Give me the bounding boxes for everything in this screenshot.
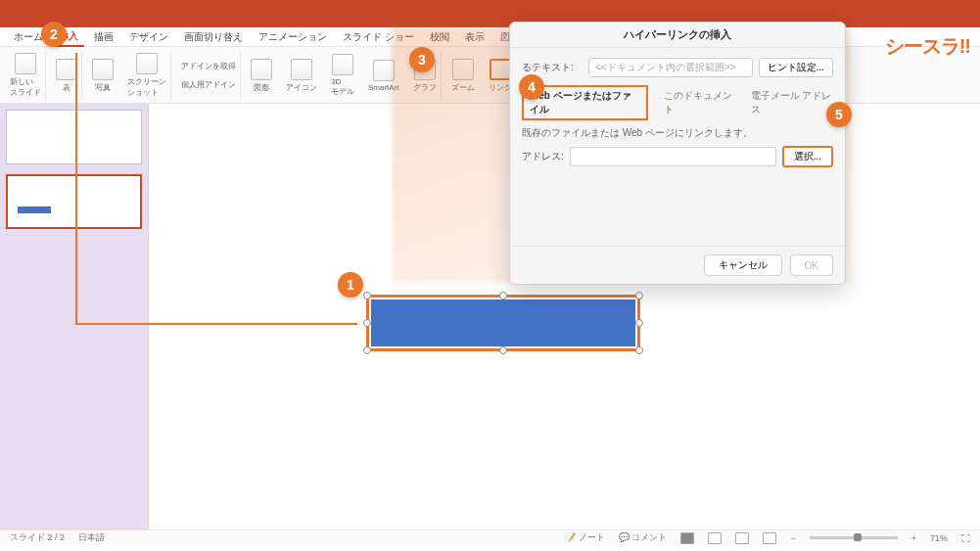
thumbnail-2[interactable] [6, 174, 142, 229]
fit-to-window-icon[interactable]: ⛶ [961, 533, 970, 543]
resize-handle[interactable] [363, 292, 371, 299]
qat-icon[interactable] [10, 4, 27, 22]
ok-button[interactable]: OK [790, 254, 833, 276]
icons-icon [291, 59, 312, 80]
slide-counter: スライド 2 / 2 [10, 531, 65, 544]
comments-button[interactable]: 💬 コメント [619, 531, 668, 544]
ribbon-icons[interactable]: アイコン [282, 51, 321, 100]
icons-label: アイコン [286, 82, 317, 93]
new-slide-icon [15, 53, 36, 74]
address-label: アドレス: [522, 150, 564, 163]
screenshot-label: スクリーン ショット [127, 76, 166, 98]
dialog-description: 既存のファイルまたは Web ページにリンクします。 [522, 126, 833, 140]
slide-sorter-icon[interactable] [708, 532, 722, 544]
ribbon-shapes[interactable]: 図形 [247, 51, 276, 100]
resize-handle[interactable] [635, 346, 643, 354]
status-bar: スライド 2 / 2 日本語 📝 ノート 💬 コメント − + 71% ⛶ [0, 529, 980, 545]
resize-handle[interactable] [363, 346, 371, 354]
tab-animations[interactable]: アニメーション [253, 28, 333, 46]
zoom-slider[interactable] [810, 536, 898, 539]
photo-label: 写真 [95, 82, 111, 93]
resize-handle[interactable] [363, 319, 371, 327]
selected-shape[interactable] [366, 295, 640, 351]
ribbon-new-slide[interactable]: 新しい スライド [6, 51, 46, 100]
step-badge-4: 4 [519, 74, 544, 100]
tab-transitions[interactable]: 画面切り替え [178, 28, 249, 46]
tab-design[interactable]: デザイン [123, 28, 174, 46]
ribbon-addins[interactable]: アドインを取得 個人用アドイン [177, 51, 241, 100]
rectangle-shape[interactable] [371, 299, 635, 346]
table-icon [56, 59, 77, 80]
dialog-tab-document[interactable]: このドキュメント [664, 87, 735, 118]
dialog-tab-email[interactable]: 電子メール アドレス [751, 87, 833, 118]
ribbon-photo[interactable]: 写真 [88, 51, 117, 100]
address-input[interactable] [570, 147, 776, 166]
thumb-shape [18, 207, 51, 213]
normal-view-icon[interactable] [680, 532, 694, 544]
addin-get-label[interactable]: アドインを取得 [181, 61, 236, 71]
new-slide-label: 新しい スライド [10, 76, 41, 98]
shapes-icon [251, 59, 272, 80]
table-label: 表 [63, 82, 70, 93]
step-badge-3: 3 [409, 47, 435, 72]
annotation-line [75, 323, 357, 325]
model3d-icon [332, 54, 353, 75]
model3d-label: 3D モデル [331, 77, 354, 97]
ribbon-screenshot[interactable]: スクリーン ショット [123, 51, 171, 100]
zoom-out-icon[interactable]: − [790, 533, 795, 543]
hint-settings-button[interactable]: ヒント設定... [759, 58, 833, 77]
watermark-logo: シースラ!! [885, 33, 970, 60]
resize-handle[interactable] [499, 292, 507, 299]
cancel-button[interactable]: キャンセル [704, 254, 782, 276]
thumbnail-1[interactable] [6, 110, 142, 164]
screenshot-icon [136, 53, 158, 74]
tab-draw[interactable]: 描画 [88, 28, 119, 46]
resize-handle[interactable] [635, 319, 643, 327]
dialog-title: ハイパーリンクの挿入 [510, 23, 845, 48]
shapes-label: 図形 [254, 82, 269, 93]
zoom-in-icon[interactable]: + [911, 533, 916, 543]
annotation-line [75, 53, 77, 323]
photo-icon [92, 59, 114, 80]
ribbon-table[interactable]: 表 [52, 51, 82, 100]
resize-handle[interactable] [635, 292, 643, 299]
select-button[interactable]: 選択... [782, 146, 833, 167]
addin-personal-label[interactable]: 個人用アドイン [181, 79, 236, 90]
step-badge-5: 5 [826, 102, 852, 127]
notes-button[interactable]: 📝 ノート [565, 531, 605, 544]
step-badge-1: 1 [338, 272, 363, 298]
hyperlink-dialog: ハイパーリンクの挿入 るテキスト: <<ドキュメント内の選択範囲>> ヒント設定… [509, 22, 846, 285]
language-indicator[interactable]: 日本語 [78, 531, 105, 544]
display-text-label: るテキスト: [522, 61, 583, 74]
zoom-percent[interactable]: 71% [930, 533, 948, 543]
reading-view-icon[interactable] [735, 532, 749, 544]
display-text-input[interactable]: <<ドキュメント内の選択範囲>> [588, 58, 753, 77]
ribbon-3dmodel[interactable]: 3D モデル [327, 51, 358, 100]
resize-handle[interactable] [499, 346, 507, 354]
slide-thumbnails: 1 2 [0, 104, 149, 536]
step-badge-2: 2 [41, 22, 67, 47]
slideshow-view-icon[interactable] [763, 532, 776, 544]
